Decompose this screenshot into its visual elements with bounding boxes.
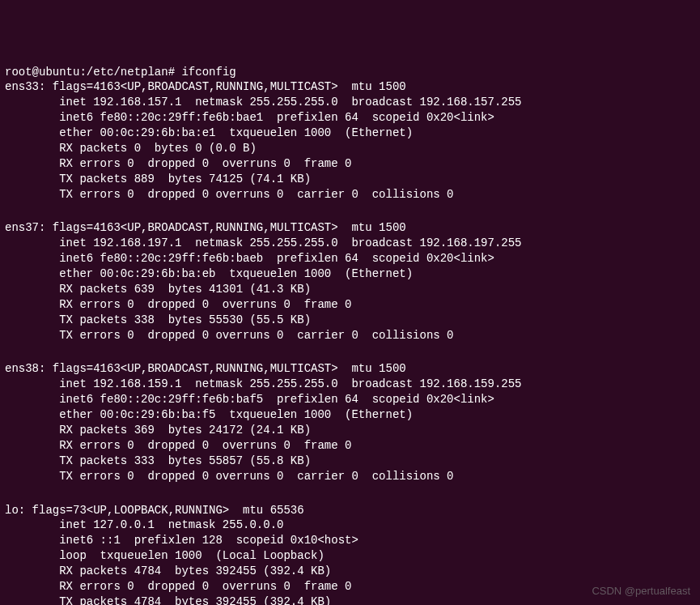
iface-tx-errors: TX errors 0 dropped 0 overruns 0 carrier… <box>5 187 695 202</box>
iface-tx-errors: TX errors 0 dropped 0 overruns 0 carrier… <box>5 469 695 484</box>
iface-inet: inet 192.168.197.1 netmask 255.255.255.0… <box>5 236 695 251</box>
iface-ether: ether 00:0c:29:6b:ba:e1 txqueuelen 1000 … <box>5 126 695 141</box>
iface-rx-errors: RX errors 0 dropped 0 overruns 0 frame 0 <box>5 438 695 454</box>
interface-ens33: ens33: flags=4163<UP,BROADCAST,RUNNING,M… <box>5 79 695 202</box>
shell-prompt[interactable]: root@ubuntu:/etc/netplan# ifconfig <box>5 66 236 79</box>
iface-tx-packets: TX packets 889 bytes 74125 (74.1 KB) <box>5 172 695 187</box>
prompt-sep1: : <box>79 66 86 79</box>
iface-inet: inet 192.168.157.1 netmask 255.255.255.0… <box>5 95 695 110</box>
iface-tx-packets: TX packets 338 bytes 55530 (55.5 KB) <box>5 313 695 328</box>
iface-rx-errors: RX errors 0 dropped 0 overruns 0 frame 0 <box>5 156 695 172</box>
iface-header: ens38: flags=4163<UP,BROADCAST,RUNNING,M… <box>5 361 695 377</box>
iface-rx-packets: RX packets 4784 bytes 392455 (392.4 KB) <box>5 564 695 579</box>
iface-inet: inet 127.0.0.1 netmask 255.0.0.0 <box>5 518 695 533</box>
prompt-sep2: # <box>168 66 182 79</box>
iface-header: lo: flags=73<UP,LOOPBACK,RUNNING> mtu 65… <box>5 503 695 518</box>
iface-header: ens33: flags=4163<UP,BROADCAST,RUNNING,M… <box>5 79 695 95</box>
iface-tx-errors: TX errors 0 dropped 0 overruns 0 carrier… <box>5 328 695 343</box>
iface-inet6: inet6 fe80::20c:29ff:fe6b:baeb prefixlen… <box>5 251 695 266</box>
prompt-path: /etc/netplan <box>87 66 168 79</box>
iface-header: ens37: flags=4163<UP,BROADCAST,RUNNING,M… <box>5 220 695 236</box>
iface-rx-packets: RX packets 639 bytes 41301 (41.3 KB) <box>5 282 695 297</box>
iface-ether: ether 00:0c:29:6b:ba:f5 txqueuelen 1000 … <box>5 407 695 423</box>
iface-rx-errors: RX errors 0 dropped 0 overruns 0 frame 0 <box>5 297 695 313</box>
watermark-text: CSDN @pertualfeast <box>592 584 690 599</box>
iface-inet6: inet6 ::1 prefixlen 128 scopeid 0x10<hos… <box>5 533 695 548</box>
iface-rx-packets: RX packets 0 bytes 0 (0.0 B) <box>5 141 695 156</box>
iface-inet: inet 192.168.159.1 netmask 255.255.255.0… <box>5 377 695 392</box>
prompt-user-host: root@ubuntu <box>5 66 79 79</box>
interface-ens37: ens37: flags=4163<UP,BROADCAST,RUNNING,M… <box>5 220 695 343</box>
iface-inet6: inet6 fe80::20c:29ff:fe6b:baf5 prefixlen… <box>5 392 695 407</box>
command-text: ifconfig <box>181 66 235 79</box>
iface-tx-packets: TX packets 333 bytes 55857 (55.8 KB) <box>5 454 695 469</box>
interface-ens38: ens38: flags=4163<UP,BROADCAST,RUNNING,M… <box>5 361 695 484</box>
iface-inet6: inet6 fe80::20c:29ff:fe6b:bae1 prefixlen… <box>5 110 695 126</box>
iface-rx-packets: RX packets 369 bytes 24172 (24.1 KB) <box>5 423 695 438</box>
iface-ether: ether 00:0c:29:6b:ba:eb txqueuelen 1000 … <box>5 266 695 282</box>
iface-ether: loop txqueuelen 1000 (Local Loopback) <box>5 548 695 564</box>
